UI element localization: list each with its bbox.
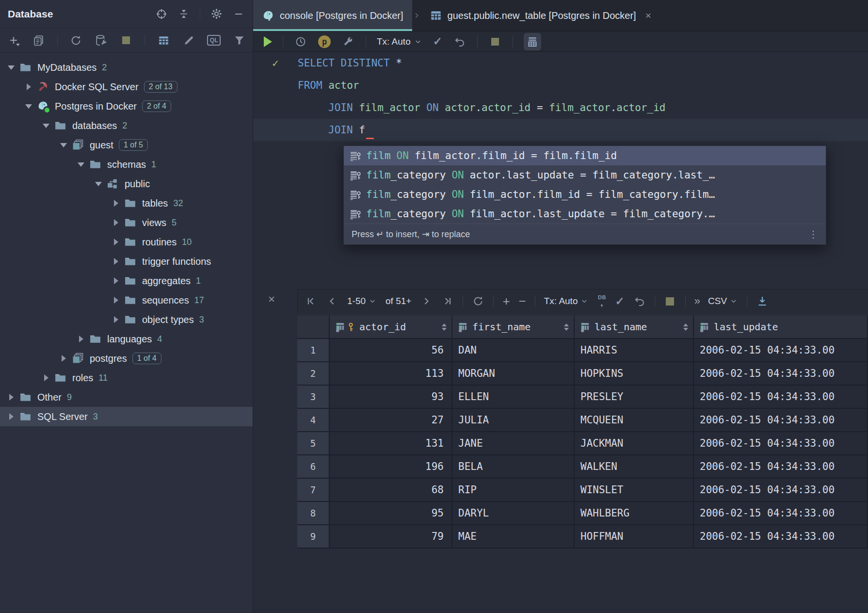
wrench-icon[interactable] bbox=[341, 35, 355, 48]
row-number[interactable]: 6 bbox=[297, 455, 330, 479]
completion-item[interactable]: film_categoryONfilm_actor.last_update = … bbox=[344, 204, 826, 224]
tree-item-postgres-in-docker[interactable]: Postgres in Docker 2 of 4 bbox=[0, 97, 253, 116]
chevron-right-icon[interactable] bbox=[22, 83, 35, 90]
previous-page-icon[interactable] bbox=[326, 295, 338, 307]
cell-actor-id[interactable]: 95 bbox=[330, 502, 452, 525]
commit-icon[interactable]: ✓ bbox=[433, 35, 442, 48]
tx-mode-select[interactable]: Tx: Auto bbox=[377, 36, 422, 47]
profile-icon[interactable]: p bbox=[318, 35, 331, 48]
sort-icon[interactable] bbox=[683, 323, 688, 331]
cell-last-name[interactable]: WALKEN bbox=[575, 455, 694, 479]
cell-last-update[interactable]: 2006-02-15 04:34:33.00 bbox=[694, 479, 868, 502]
duplicate-icon[interactable] bbox=[32, 33, 46, 47]
cell-actor-id[interactable]: 56 bbox=[330, 339, 452, 362]
cell-last-update[interactable]: 2006-02-15 04:34:33.00 bbox=[694, 432, 868, 455]
row-number[interactable]: 8 bbox=[297, 502, 330, 525]
tree-item-sql-server[interactable]: SQL Server 3 bbox=[0, 407, 253, 426]
tree-item-tables[interactable]: tables 32 bbox=[0, 194, 253, 213]
chevron-down-icon[interactable] bbox=[5, 65, 17, 70]
execute-icon[interactable] bbox=[264, 36, 272, 47]
chevron-right-icon[interactable] bbox=[110, 200, 122, 207]
reload-data-icon[interactable] bbox=[472, 295, 484, 307]
history-clock-icon[interactable] bbox=[294, 35, 307, 48]
commit-icon[interactable]: ✓ bbox=[615, 295, 624, 308]
chevron-right-icon[interactable] bbox=[110, 239, 122, 245]
cell-first-name[interactable]: MORGAN bbox=[452, 362, 575, 386]
chevron-down-icon[interactable] bbox=[22, 104, 35, 109]
cell-actor-id[interactable]: 68 bbox=[330, 479, 452, 502]
column-header-actor-id[interactable]: actor_id bbox=[330, 316, 452, 339]
column-header-last-name[interactable]: last_name bbox=[575, 316, 694, 339]
chevron-down-icon[interactable] bbox=[57, 143, 70, 147]
cell-first-name[interactable]: BELA bbox=[452, 455, 575, 479]
next-page-icon[interactable] bbox=[420, 295, 433, 307]
query-console-icon[interactable]: QL bbox=[207, 33, 221, 47]
cell-last-name[interactable]: WINSLET bbox=[575, 479, 694, 502]
rollback-icon[interactable] bbox=[633, 295, 646, 307]
cell-last-update[interactable]: 2006-02-15 04:34:33.00 bbox=[694, 362, 868, 386]
chevron-right-icon[interactable] bbox=[110, 316, 122, 323]
row-number[interactable]: 4 bbox=[297, 409, 330, 432]
cell-first-name[interactable]: JANE bbox=[452, 432, 575, 455]
chevron-down-icon[interactable] bbox=[75, 162, 87, 167]
cell-first-name[interactable]: MAE bbox=[452, 525, 575, 548]
cell-last-name[interactable]: WAHLBERG bbox=[575, 502, 694, 525]
filter-icon[interactable] bbox=[232, 33, 246, 47]
tree-item-languages[interactable]: languages 4 bbox=[0, 329, 253, 349]
tree-item-roles[interactable]: roles 11 bbox=[0, 368, 253, 387]
cell-actor-id[interactable]: 113 bbox=[330, 362, 452, 386]
row-number[interactable]: 7 bbox=[297, 479, 330, 502]
close-tab-icon[interactable]: × bbox=[645, 10, 651, 21]
sort-icon[interactable] bbox=[442, 323, 447, 331]
tab-new-table[interactable]: guest.public.new_table [Postgres in Dock… bbox=[421, 0, 660, 31]
tx-mode-select[interactable]: Tx: Auto bbox=[544, 296, 589, 306]
tree-item-guest[interactable]: guest 1 of 5 bbox=[0, 135, 253, 155]
tree-item-docker-sql-server[interactable]: Docker SQL Server 2 of 13 bbox=[0, 77, 253, 97]
page-range-select[interactable]: 1-50 bbox=[347, 296, 377, 306]
stop-icon[interactable] bbox=[664, 295, 676, 307]
cell-first-name[interactable]: ELLEN bbox=[452, 386, 575, 409]
chevron-right-icon[interactable] bbox=[110, 297, 122, 304]
settings-gear-icon[interactable] bbox=[210, 8, 223, 20]
cell-last-update[interactable]: 2006-02-15 04:34:33.00 bbox=[694, 339, 868, 362]
tree-item-object-types[interactable]: object types 3 bbox=[0, 310, 253, 329]
chevron-down-icon[interactable] bbox=[92, 182, 105, 186]
cell-last-name[interactable]: PRESLEY bbox=[575, 386, 694, 409]
grid-corner-cell[interactable] bbox=[297, 316, 330, 339]
tree-item-public[interactable]: public bbox=[0, 174, 253, 194]
close-results-icon[interactable]: × bbox=[264, 292, 279, 306]
table-view-icon[interactable] bbox=[157, 33, 170, 47]
tab-console[interactable]: console [Postgres in Docker] bbox=[253, 0, 412, 31]
cell-last-update[interactable]: 2006-02-15 04:34:33.00 bbox=[694, 525, 868, 548]
cell-last-name[interactable]: JACKMAN bbox=[575, 432, 694, 455]
edit-icon[interactable] bbox=[182, 33, 195, 47]
row-number[interactable]: 3 bbox=[297, 386, 330, 409]
sort-icon[interactable] bbox=[564, 323, 569, 331]
cell-actor-id[interactable]: 131 bbox=[330, 432, 452, 455]
chevron-right-icon[interactable] bbox=[40, 374, 52, 381]
tree-item-views[interactable]: views 5 bbox=[0, 213, 253, 232]
cell-last-name[interactable]: MCQUEEN bbox=[575, 409, 694, 432]
chevron-right-icon[interactable] bbox=[75, 336, 87, 342]
result-view-settings-button[interactable] bbox=[524, 33, 541, 50]
collapse-all-icon[interactable] bbox=[177, 8, 190, 20]
column-header-last-update[interactable]: last_update bbox=[694, 316, 868, 339]
column-header-first-name[interactable]: first_name bbox=[452, 316, 575, 339]
row-number[interactable]: 2 bbox=[297, 362, 330, 386]
chevron-right-icon[interactable] bbox=[5, 413, 17, 420]
tree-item-schemas[interactable]: schemas 1 bbox=[0, 155, 253, 174]
stop-icon[interactable] bbox=[120, 33, 133, 47]
row-number[interactable]: 1 bbox=[297, 339, 330, 362]
cell-actor-id[interactable]: 196 bbox=[330, 455, 452, 479]
first-page-icon[interactable] bbox=[305, 295, 317, 307]
chevron-right-icon[interactable] bbox=[110, 219, 122, 226]
row-number[interactable]: 5 bbox=[297, 432, 330, 455]
last-page-icon[interactable] bbox=[441, 295, 454, 307]
cell-last-update[interactable]: 2006-02-15 04:34:33.00 bbox=[694, 455, 868, 479]
tree-item-routines[interactable]: routines 10 bbox=[0, 232, 253, 252]
cell-actor-id[interactable]: 79 bbox=[330, 525, 452, 548]
cell-first-name[interactable]: DAN bbox=[452, 339, 575, 362]
cell-first-name[interactable]: RIP bbox=[452, 479, 575, 502]
delete-row-icon[interactable]: − bbox=[519, 295, 526, 307]
completion-item[interactable]: film_categoryONfilm_actor.film_id = film… bbox=[344, 185, 826, 204]
